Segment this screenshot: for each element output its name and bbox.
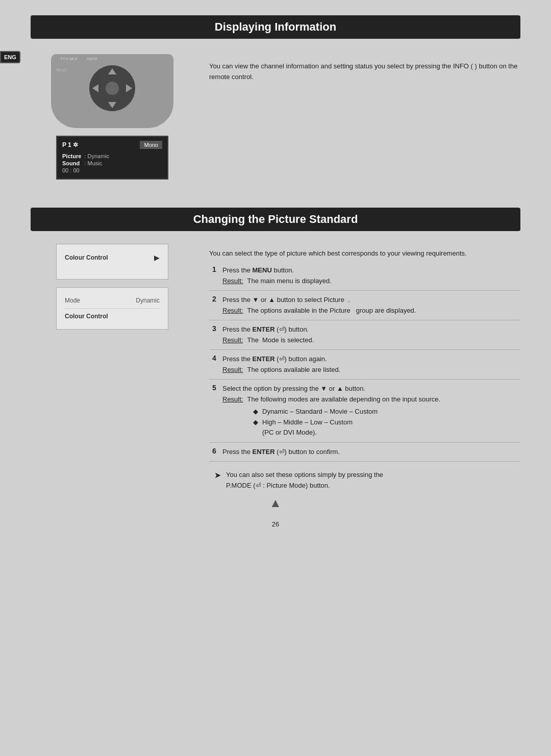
step-content-1: Press the MENU button. Result: The main …	[219, 261, 520, 291]
page-container: ENG Displaying Information TTX/MIX INFO	[0, 0, 551, 756]
note-arrow-icon: ➤	[214, 470, 221, 480]
section2-intro: You can select the type of picture which…	[209, 241, 520, 261]
section1-title: Displaying Information	[31, 15, 520, 39]
step-num-3: 3	[209, 320, 219, 349]
remote-dpad-ring	[89, 65, 135, 111]
menu-row-mode: Mode Dynamic	[65, 295, 160, 306]
bullet-text-2: High – Middle – Low – Custom(PC or DVI M…	[262, 417, 353, 437]
menu-row-colour-control-2: Colour Control	[65, 311, 160, 322]
tv-time-row: 00 : 00	[62, 167, 162, 173]
step-num-6: 6	[209, 443, 219, 462]
diamond-icon-2: ◆	[253, 417, 258, 427]
section1: Displaying Information TTX/MIX INFO	[0, 0, 551, 187]
eng-badge: ENG	[0, 51, 20, 63]
result-label-2: Result:	[222, 306, 243, 316]
section2-content: Colour Control ▶ Mode Dynamic Colour Con…	[0, 236, 551, 491]
section1-left: TTX/MIX INFO	[31, 49, 194, 187]
step-content-2: Press the ▼ or ▲ button to select Pictur…	[219, 290, 520, 320]
step-content-6: Press the ENTER (⏎) button to confirm.	[219, 443, 520, 462]
result-text-2: The options available in the Picture gro…	[247, 306, 416, 316]
tv-mono: Mono	[140, 141, 162, 149]
result-text-3: The Mode is selected.	[247, 335, 314, 345]
result-text-4: The options available are listed.	[247, 365, 340, 375]
step-num-5: 5	[209, 379, 219, 443]
remote-dpad	[89, 65, 135, 111]
result-label-1: Result:	[222, 276, 243, 286]
section2-right: You can select the type of picture which…	[209, 236, 520, 491]
bullet-text-1: Dynamic – Standard – Movie – Custom	[262, 407, 378, 417]
remote-info-label: INFO	[87, 57, 97, 61]
step-result-3: Result: The Mode is selected.	[222, 335, 517, 345]
step-result-5: Result: The following modes are availabl…	[222, 394, 517, 405]
bullet-1: ◆ Dynamic – Standard – Movie – Custom	[253, 407, 517, 417]
result-label-5: Result:	[222, 394, 243, 405]
bullet-2: ◆ High – Middle – Low – Custom(PC or DVI…	[253, 417, 517, 437]
step-num-1: 1	[209, 261, 219, 291]
menu-colour-control-label-2: Colour Control	[65, 313, 108, 320]
step-result-4: Result: The options available are listed…	[222, 365, 517, 375]
step-row-5: 5 Select the option by pressing the ▼ or…	[209, 379, 520, 443]
remote-up-arrow	[108, 68, 116, 74]
remote-menu-label: MENU	[56, 68, 67, 72]
up-arrow-icon: ▲	[0, 496, 551, 510]
menu-colour-control-label: Colour Control	[65, 254, 108, 261]
step-row-2: 2 Press the ▼ or ▲ button to select Pict…	[209, 290, 520, 320]
step-row-1: 1 Press the MENU button. Result: The mai…	[209, 261, 520, 291]
step-num-4: 4	[209, 349, 219, 379]
diamond-icon-1: ◆	[253, 407, 258, 417]
step-result-1: Result: The main menu is displayed.	[222, 276, 517, 286]
result-text-1: The main menu is displayed.	[247, 276, 331, 286]
menu-box-2: Mode Dynamic Colour Control	[56, 287, 168, 330]
remote-down-arrow	[108, 102, 116, 108]
menu-divider	[65, 308, 160, 309]
remote-right-arrow	[126, 84, 132, 92]
step-content-3: Press the ENTER (⏎) button. Result: The …	[219, 320, 520, 349]
note-text: You can also set these options simply by…	[226, 470, 383, 491]
tv-picture-row: Picture : Dynamic	[62, 153, 162, 159]
step-row-3: 3 Press the ENTER (⏎) button. Result: Th…	[209, 320, 520, 349]
section1-right: You can view the channel information and…	[209, 49, 520, 85]
remote-control-image: TTX/MIX INFO	[51, 54, 173, 128]
tv-info-top: P 1 ✲ Mono	[62, 141, 162, 149]
section2: Changing the Picture Standard Colour Con…	[0, 208, 551, 538]
step-row-4: 4 Press the ENTER (⏎) button again. Resu…	[209, 349, 520, 379]
tv-sound-row: Sound : Music	[62, 160, 162, 166]
section1-content: TTX/MIX INFO	[0, 49, 551, 187]
section2-title: Changing the Picture Standard	[31, 208, 520, 231]
remote-ttxmix-label: TTX/MIX	[60, 57, 78, 61]
tv-channel: P 1 ✲	[62, 141, 78, 148]
menu-mode-label: Mode	[65, 297, 80, 304]
note-section: ➤ You can also set these options simply …	[209, 470, 520, 491]
step-num-2: 2	[209, 290, 219, 320]
result-label-3: Result:	[222, 335, 243, 345]
menu-arrow-1: ▶	[154, 254, 160, 262]
step-row-6: 6 Press the ENTER (⏎) button to confirm.	[209, 443, 520, 462]
step-content-4: Press the ENTER (⏎) button again. Result…	[219, 349, 520, 379]
step-content-5: Select the option by pressing the ▼ or ▲…	[219, 379, 520, 443]
page-number: 26	[0, 520, 551, 538]
section1-intro: You can view the channel information and…	[209, 54, 520, 85]
menu-row-colour-control: Colour Control ▶	[65, 251, 160, 264]
result-text-5: The following modes are available depend…	[247, 394, 440, 405]
tv-info-box: P 1 ✲ Mono Picture : Dynamic Sound : Mus…	[56, 136, 168, 180]
section2-left: Colour Control ▶ Mode Dynamic Colour Con…	[31, 236, 194, 337]
result-label-4: Result:	[222, 365, 243, 375]
menu-box-1: Colour Control ▶	[56, 244, 168, 280]
remote-left-arrow	[92, 84, 98, 92]
menu-mode-value: Dynamic	[136, 297, 160, 304]
step-result-2: Result: The options available in the Pic…	[222, 306, 517, 316]
step-5-bullets: ◆ Dynamic – Standard – Movie – Custom ◆ …	[222, 407, 517, 438]
steps-table: 1 Press the MENU button. Result: The mai…	[209, 261, 520, 462]
remote-dpad-center	[106, 82, 119, 95]
